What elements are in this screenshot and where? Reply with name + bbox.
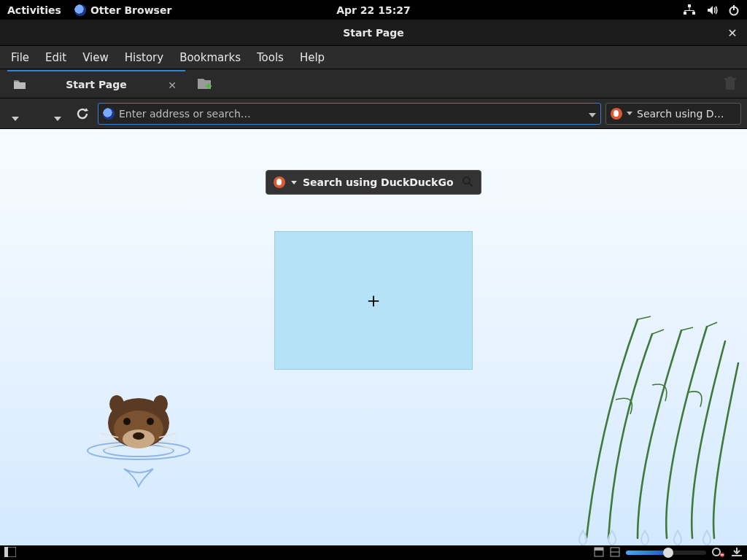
zoom-slider-knob[interactable] <box>663 548 673 558</box>
zoom-slider-fill <box>626 551 665 555</box>
back-history-dropdown[interactable] <box>6 104 25 124</box>
power-icon[interactable] <box>728 4 740 16</box>
tab-start-page[interactable]: Start Page ✕ <box>7 70 185 98</box>
svg-point-30 <box>109 395 124 413</box>
menu-history[interactable]: History <box>117 48 171 67</box>
svg-rect-6 <box>694 10 694 12</box>
svg-point-23 <box>133 432 144 440</box>
svg-rect-3 <box>689 7 690 10</box>
active-app-name: Otter Browser <box>90 4 171 16</box>
menu-view[interactable]: View <box>74 48 117 67</box>
start-page-search-box[interactable]: Search using DuckDuckGo <box>266 170 481 195</box>
svg-point-21 <box>123 418 131 425</box>
search-engine-dropdown-icon[interactable] <box>627 112 632 115</box>
address-placeholder: Enter address or search… <box>119 108 251 120</box>
status-icon-2[interactable] <box>610 546 620 560</box>
site-identity-icon[interactable] <box>103 108 115 120</box>
svg-line-26 <box>102 445 118 449</box>
svg-rect-35 <box>595 548 603 551</box>
svg-rect-0 <box>688 4 691 7</box>
network-icon[interactable] <box>683 4 696 16</box>
search-box[interactable]: Search using D… <box>605 103 741 125</box>
duckduckgo-icon <box>274 176 285 188</box>
svg-rect-12 <box>724 78 736 80</box>
menu-file[interactable]: File <box>3 48 37 67</box>
start-page-content: Search using DuckDuckGo ＋ <box>0 129 747 545</box>
tab-title: Start Page <box>66 79 127 90</box>
volume-icon[interactable] <box>706 4 718 16</box>
navigation-toolbar: Enter address or search… Search using D… <box>0 98 747 129</box>
start-page-search-placeholder: Search using DuckDuckGo <box>303 176 454 188</box>
closed-tabs-trash-icon[interactable] <box>722 75 738 94</box>
address-dropdown-icon[interactable] <box>589 108 596 120</box>
svg-point-31 <box>153 395 168 413</box>
window-titlebar: Start Page ✕ <box>0 20 747 46</box>
search-placeholder: Search using D… <box>637 108 724 120</box>
active-app-indicator[interactable]: Otter Browser <box>74 4 171 16</box>
tab-folder-icon <box>13 78 26 91</box>
status-indicator-icon[interactable] <box>712 546 725 560</box>
menu-help[interactable]: Help <box>292 48 333 67</box>
plus-icon: ＋ <box>363 290 384 311</box>
svg-point-38 <box>713 548 720 556</box>
svg-rect-40 <box>732 555 742 556</box>
zoom-slider[interactable] <box>626 551 706 555</box>
svg-rect-13 <box>728 77 732 78</box>
svg-point-14 <box>463 177 470 184</box>
reload-button[interactable] <box>71 103 93 125</box>
menu-tools[interactable]: Tools <box>249 48 292 67</box>
reeds-illustration <box>543 312 747 545</box>
gnome-top-bar: Activities Otter Browser Apr 22 15:27 <box>0 0 747 20</box>
activities-button[interactable]: Activities <box>7 4 61 16</box>
otter-illustration <box>73 370 219 494</box>
svg-line-29 <box>159 445 175 449</box>
forward-history-dropdown[interactable] <box>48 104 67 124</box>
window-close-button[interactable]: ✕ <box>725 26 740 40</box>
search-icon[interactable] <box>462 176 473 190</box>
svg-rect-4 <box>685 10 694 11</box>
svg-line-15 <box>469 183 473 187</box>
menu-bar: File Edit View History Bookmarks Tools H… <box>0 46 747 69</box>
svg-point-22 <box>147 418 154 425</box>
tab-close-button[interactable]: ✕ <box>165 78 179 93</box>
status-bar <box>0 545 747 560</box>
svg-rect-5 <box>685 10 686 12</box>
status-icon-1[interactable] <box>594 546 604 560</box>
duckduckgo-icon <box>611 108 622 120</box>
speed-dial-add-tile[interactable]: ＋ <box>274 231 473 370</box>
sidebar-toggle-icon[interactable] <box>4 546 16 560</box>
menu-bookmarks[interactable]: Bookmarks <box>171 48 249 67</box>
menu-edit[interactable]: Edit <box>37 48 74 67</box>
svg-rect-10 <box>208 83 209 89</box>
svg-rect-11 <box>726 80 735 90</box>
clock[interactable]: Apr 22 15:27 <box>336 4 411 16</box>
address-bar[interactable]: Enter address or search… <box>98 103 601 125</box>
otter-app-icon <box>74 4 86 16</box>
download-icon[interactable] <box>731 546 743 560</box>
new-tab-button[interactable] <box>193 72 216 96</box>
window-title: Start Page <box>343 27 404 39</box>
tab-strip: Start Page ✕ <box>0 69 747 98</box>
search-engine-dropdown-icon[interactable] <box>291 181 297 184</box>
svg-rect-33 <box>4 547 8 557</box>
